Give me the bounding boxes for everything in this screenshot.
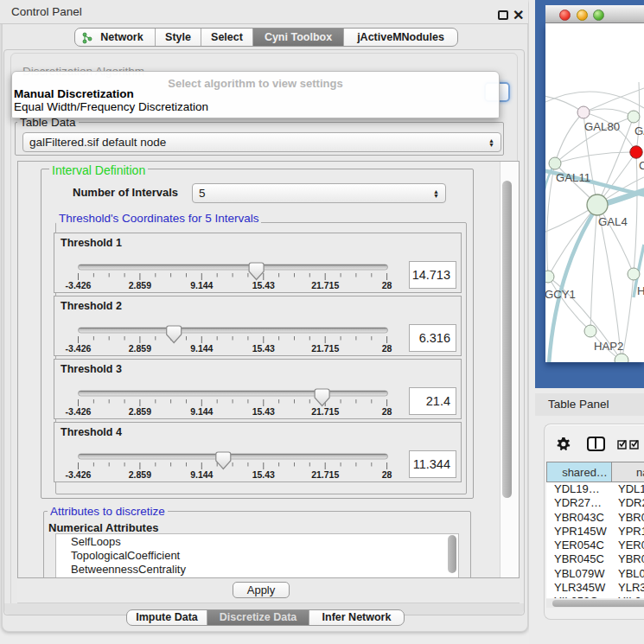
svg-text:GAL4: GAL4: [598, 215, 628, 228]
svg-text:HAP2: HAP2: [594, 340, 623, 353]
svg-text:GAL11: GAL11: [556, 171, 590, 184]
svg-text:H: H: [637, 284, 644, 297]
svg-text:GA: GA: [634, 124, 644, 137]
svg-text:C: C: [639, 159, 644, 172]
svg-text:GCY1: GCY1: [545, 288, 576, 301]
svg-text:GAL80: GAL80: [584, 120, 620, 133]
